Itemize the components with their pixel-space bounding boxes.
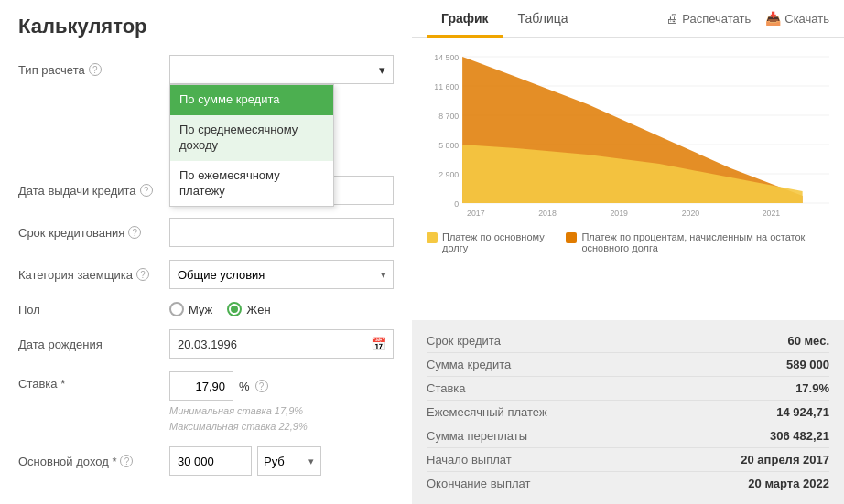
svg-text:5 800: 5 800 (438, 141, 459, 150)
summary-value-5: 20 апреля 2017 (720, 453, 829, 466)
download-icon: 📥 (765, 11, 781, 26)
chart-area: 14 500 11 600 8 700 5 800 2 900 0 2017 2… (412, 38, 844, 320)
summary-row-4: Сумма переплаты 306 482,21 (427, 424, 829, 448)
gender-radio-group: Муж Жен (169, 302, 394, 316)
term-empty[interactable] (169, 218, 394, 247)
summary-key-1: Сумма кредита (427, 358, 720, 371)
birth-label: Дата рождения (18, 338, 169, 351)
summary-row-5: Начало выплат 20 апреля 2017 (427, 448, 829, 472)
birth-date-wrapper: 📅 (169, 329, 394, 359)
birth-control: 📅 (169, 329, 394, 359)
legend-interest-dot (566, 232, 577, 243)
income-help-icon[interactable]: ? (120, 455, 133, 467)
category-select[interactable]: Общие условия (169, 260, 394, 289)
tab-table[interactable]: Таблица (503, 2, 583, 38)
term-row: Срок кредитования ? (18, 218, 394, 247)
summary-row-2: Ставка 17.9% (427, 377, 829, 401)
svg-text:2018: 2018 (538, 209, 557, 218)
gender-control: Муж Жен (169, 302, 394, 316)
svg-text:8 700: 8 700 (438, 112, 459, 121)
summary-value-4: 306 482,21 (720, 429, 829, 443)
svg-text:14 500: 14 500 (434, 53, 459, 62)
loan-type-dropdown: По сумме кредита По среднемесячному дохо… (169, 84, 334, 207)
category-control: Общие условия ▾ (169, 260, 394, 289)
category-select-wrapper: Общие условия ▾ (169, 260, 394, 289)
summary-key-4: Сумма переплаты (427, 429, 720, 443)
svg-text:2020: 2020 (682, 209, 700, 218)
rate-input[interactable] (169, 371, 233, 401)
currency-select-wrapper: Руб ▾ (257, 446, 321, 476)
rate-help-icon[interactable]: ? (255, 380, 268, 392)
summary-value-3: 14 924,71 (720, 405, 829, 419)
issue-date-label: Дата выдачи кредита ? (18, 184, 169, 198)
summary-key-5: Начало выплат (427, 453, 720, 466)
income-label: Основной доход * ? (18, 455, 169, 468)
calculator-title: Калькулятор (18, 15, 394, 38)
chart-svg: 14 500 11 600 8 700 5 800 2 900 0 2017 2… (427, 49, 829, 223)
rate-label: Ставка * (18, 371, 169, 391)
summary-key-2: Ставка (427, 381, 720, 395)
summary-value-6: 20 марта 2022 (720, 477, 829, 490)
category-label: Категория заемщика ? (18, 268, 169, 282)
loan-type-select[interactable]: ▾ (169, 55, 394, 84)
summary-table: Срок кредита 60 мес. Сумма кредита 589 0… (412, 320, 844, 504)
summary-row-1: Сумма кредита 589 000 (427, 353, 829, 377)
svg-text:2021: 2021 (763, 209, 781, 218)
loan-type-row: Тип расчета ? ▾ По сумме кредита По сред… (18, 55, 394, 84)
income-row: Основной доход * ? Руб ▾ (18, 446, 394, 476)
gender-male-radio[interactable] (169, 302, 184, 316)
rate-hint-min: Минимальная ставка 17,9% (169, 403, 394, 419)
radio-dot (231, 306, 238, 313)
download-button[interactable]: 📥 Скачать (765, 11, 829, 26)
gender-male-option[interactable]: Муж (169, 302, 212, 316)
loan-type-help-icon[interactable]: ? (89, 63, 102, 76)
svg-text:2 900: 2 900 (438, 170, 459, 179)
summary-row-3: Ежемесячный платеж 14 924,71 (427, 401, 829, 424)
tab-actions: 🖨 Распечатать 📥 Скачать (665, 11, 829, 26)
summary-value-2: 17.9% (720, 381, 829, 395)
category-help-icon[interactable]: ? (136, 268, 149, 281)
svg-text:2019: 2019 (610, 209, 628, 218)
rate-row: Ставка * % ? Минимальная ставка 17,9% Ма… (18, 371, 394, 434)
svg-text:2017: 2017 (467, 209, 485, 218)
income-input-row: Руб ▾ (169, 446, 394, 476)
summary-key-6: Окончание выплат (427, 477, 720, 490)
legend-principal-dot (427, 232, 438, 243)
svg-text:0: 0 (454, 199, 459, 209)
rate-hint-max: Максимальная ставка 22,9% (169, 419, 394, 434)
loan-type-control: ▾ По сумме кредита По среднемесячному до… (169, 55, 394, 84)
birth-row: Дата рождения 📅 (18, 329, 394, 359)
print-label: Распечатать (682, 12, 751, 26)
legend-interest-label: Платеж по процентам, начисленным на оста… (581, 231, 829, 253)
term-label: Срок кредитования ? (18, 226, 169, 240)
dropdown-item-avg[interactable]: По среднемесячному доходу (170, 115, 333, 161)
legend-principal: Платеж по основному долгу (427, 231, 547, 253)
dropdown-item-sum[interactable]: По сумме кредита (170, 85, 333, 115)
legend-interest: Платеж по процентам, начисленным на оста… (566, 231, 829, 253)
birth-date-input[interactable] (169, 329, 394, 359)
dropdown-item-monthly[interactable]: По ежемесячному платежу (170, 161, 333, 207)
summary-key-0: Срок кредита (427, 334, 720, 348)
summary-key-3: Ежемесячный платеж (427, 405, 720, 419)
svg-text:11 600: 11 600 (434, 82, 459, 91)
issue-date-help-icon[interactable]: ? (140, 184, 153, 197)
rate-suffix: % (239, 380, 250, 393)
rate-input-row: % ? (169, 371, 394, 401)
summary-row-0: Срок кредита 60 мес. (427, 329, 829, 353)
income-input[interactable] (169, 446, 252, 476)
calculator-panel: Калькулятор Тип расчета ? ▾ По сумме кре… (0, 0, 412, 504)
gender-label: Пол (18, 303, 169, 316)
summary-value-0: 60 мес. (720, 334, 829, 348)
summary-row-6: Окончание выплат 20 марта 2022 (427, 472, 829, 495)
rate-hints: Минимальная ставка 17,9% Максимальная ст… (169, 403, 394, 434)
currency-select[interactable]: Руб (257, 446, 321, 476)
gender-female-radio[interactable] (227, 302, 242, 316)
tab-chart[interactable]: График (427, 2, 503, 38)
chart-legend: Платеж по основному долгу Платеж по проц… (427, 231, 829, 253)
print-icon: 🖨 (665, 11, 678, 26)
term-control (169, 218, 394, 247)
print-button[interactable]: 🖨 Распечатать (665, 11, 751, 26)
category-row: Категория заемщика ? Общие условия ▾ (18, 260, 394, 289)
gender-female-option[interactable]: Жен (227, 302, 270, 316)
term-help-icon[interactable]: ? (128, 226, 141, 239)
